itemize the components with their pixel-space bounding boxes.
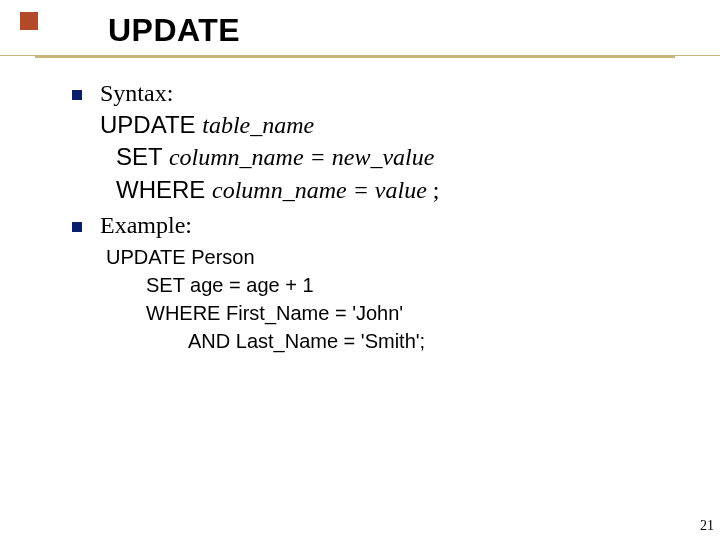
syntax-kw-set: SET bbox=[116, 143, 169, 170]
syntax-kw-update: UPDATE bbox=[100, 111, 202, 138]
bullet-label-example: Example: bbox=[100, 212, 192, 239]
syntax-block: UPDATE table_name SET column_name = new_… bbox=[100, 109, 720, 206]
content-area: Syntax: UPDATE table_name SET column_nam… bbox=[72, 80, 720, 355]
syntax-set-expr: column_name = new_value bbox=[169, 144, 434, 170]
syntax-kw-where: WHERE bbox=[116, 176, 212, 203]
example-line-1: UPDATE Person bbox=[106, 243, 720, 271]
example-line-2: SET age = age + 1 bbox=[146, 271, 720, 299]
bullet-label-syntax: Syntax: bbox=[100, 80, 173, 107]
syntax-line-2: SET column_name = new_value bbox=[116, 141, 720, 173]
syntax-line-3: WHERE column_name = value ; bbox=[116, 174, 720, 206]
syntax-where-expr: column_name = value bbox=[212, 177, 433, 203]
example-line-4: AND Last_Name = 'Smith'; bbox=[188, 327, 720, 355]
syntax-table-name: table_name bbox=[202, 112, 314, 138]
accent-square bbox=[20, 12, 38, 30]
title-region: UPDATE bbox=[0, 0, 720, 58]
syntax-line-1: UPDATE table_name bbox=[100, 109, 720, 141]
bullet-square-icon bbox=[72, 90, 82, 100]
bullet-example: Example: bbox=[72, 212, 720, 239]
syntax-semicolon: ; bbox=[433, 177, 440, 203]
example-block: UPDATE Person SET age = age + 1 WHERE Fi… bbox=[106, 243, 720, 355]
title-underline bbox=[0, 55, 720, 58]
bullet-square-icon bbox=[72, 222, 82, 232]
example-line-3: WHERE First_Name = 'John' bbox=[146, 299, 720, 327]
page-number: 21 bbox=[700, 518, 714, 534]
bullet-syntax: Syntax: bbox=[72, 80, 720, 107]
slide-title: UPDATE bbox=[108, 12, 720, 49]
